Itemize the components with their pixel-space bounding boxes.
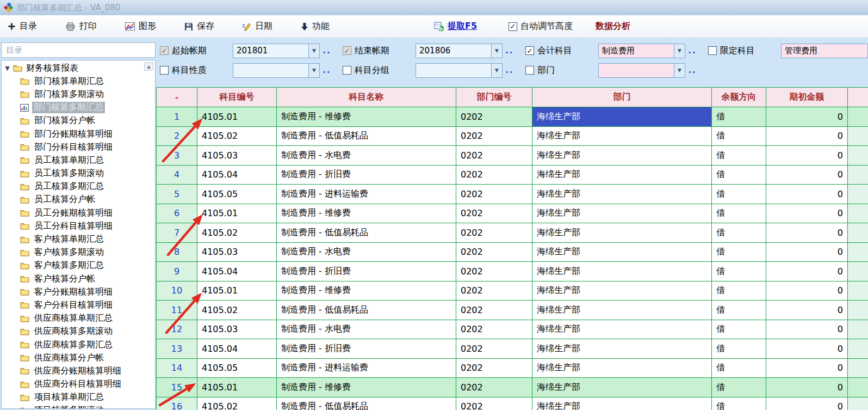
column-header[interactable]: 科目名称	[277, 88, 456, 107]
dept-name-cell[interactable]: 海绵生产部	[532, 107, 712, 127]
start-period-checkbox[interactable]	[160, 46, 169, 55]
table-row[interactable]: 74105.02制造费用 - 低值易耗品0202海绵生产部借0	[157, 223, 868, 243]
subject-code-cell[interactable]: 4105.02	[197, 223, 277, 243]
initial-amount-cell[interactable]: 0	[766, 282, 848, 301]
initial-amount-cell[interactable]: 0	[766, 301, 848, 320]
subject-nature-checkbox[interactable]	[160, 66, 169, 75]
dept-code-cell[interactable]: 0202	[456, 359, 532, 378]
table-row[interactable]: 154105.01制造费用 - 维修费0202海绵生产部借0	[157, 378, 868, 397]
auto-height-checkbox[interactable]	[509, 22, 517, 31]
tree-root[interactable]: ▼ 财务核算报表	[2, 62, 155, 75]
column-header[interactable]: 科目编号	[197, 88, 277, 107]
end-period-toggle[interactable]: 结束帐期	[343, 45, 416, 57]
subject-name-cell[interactable]: 制造费用 - 进料运输费	[277, 185, 456, 204]
subject-name-cell[interactable]: 制造费用 - 进料运输费	[277, 359, 456, 378]
dept-name-cell[interactable]: 海绵生产部	[532, 204, 712, 224]
tree-item[interactable]: 部门分科目核算明细	[2, 140, 155, 154]
subject-nature-combo[interactable]: ▼	[233, 63, 320, 78]
table-row[interactable]: 104105.01制造费用 - 维修费0202海绵生产部借0	[157, 282, 868, 301]
row-number-cell[interactable]: 10	[157, 282, 197, 301]
tree-item[interactable]: 部门核算多期汇总	[2, 101, 155, 114]
dept-name-cell[interactable]: 海绵生产部	[532, 282, 712, 301]
tree-item[interactable]: 部门核算分户帐	[2, 114, 155, 127]
subject-name-cell[interactable]: 制造费用 - 折旧费	[277, 166, 456, 185]
tree-item[interactable]: 供应商分科目核算明细	[2, 378, 155, 391]
table-row[interactable]: 64105.01制造费用 - 维修费0202海绵生产部借0	[157, 204, 868, 224]
subject-name-cell[interactable]: 制造费用 - 低值易耗品	[277, 127, 456, 146]
row-number-cell[interactable]: 15	[157, 378, 197, 397]
chevron-down-icon[interactable]: ▼	[674, 64, 685, 77]
account-subject-checkbox[interactable]	[525, 46, 534, 55]
chevron-down-icon[interactable]: ▼	[308, 44, 319, 58]
account-subject-combo[interactable]: 制造费用▼	[598, 44, 685, 58]
tree-item[interactable]: 部门分账期核算明细	[2, 127, 155, 140]
subject-code-cell[interactable]: 4105.02	[197, 301, 277, 320]
auto-height-toggle[interactable]: 自动调节高度	[509, 21, 573, 32]
subject-code-cell[interactable]: 4105.05	[197, 185, 277, 204]
dept-code-cell[interactable]: 0202	[456, 204, 532, 224]
column-header[interactable]: 部门	[532, 88, 712, 107]
extract-button[interactable]: 提取F5	[434, 21, 477, 32]
tree-item[interactable]: 客户核算多期滚动	[2, 246, 155, 259]
department-combo[interactable]: ▼	[598, 63, 685, 78]
subject-code-cell[interactable]: 4105.03	[197, 320, 277, 340]
subject-name-cell[interactable]: 制造费用 - 低值易耗品	[277, 301, 456, 320]
subject-name-cell[interactable]: 制造费用 - 维修费	[277, 378, 456, 397]
subject-code-cell[interactable]: 4105.01	[197, 107, 277, 127]
chevron-down-icon[interactable]: ▼	[491, 64, 502, 77]
subject-code-cell[interactable]: 4105.04	[197, 339, 277, 359]
dept-code-cell[interactable]: 0202	[456, 282, 532, 301]
dept-name-cell[interactable]: 海绵生产部	[532, 320, 712, 340]
dept-code-cell[interactable]: 0202	[456, 320, 532, 340]
subject-name-cell[interactable]: 制造费用 - 水电费	[277, 243, 456, 262]
dept-code-cell[interactable]: 0202	[456, 397, 532, 410]
subject-code-cell[interactable]: 4105.03	[197, 243, 277, 262]
department-toggle[interactable]: 部门	[525, 65, 598, 76]
table-row[interactable]: 44105.04制造费用 - 折旧费0202海绵生产部借0	[157, 166, 868, 185]
row-number-cell[interactable]: 7	[157, 223, 197, 243]
dept-name-cell[interactable]: 海绵生产部	[532, 378, 712, 397]
dept-code-cell[interactable]: 0202	[456, 146, 532, 166]
initial-amount-cell[interactable]: 0	[766, 166, 848, 185]
chevron-down-icon[interactable]: ▼	[308, 64, 319, 77]
tree-item[interactable]: 部门核算单期汇总	[2, 75, 155, 88]
subject-name-cell[interactable]: 制造费用 - 折旧费	[277, 262, 456, 282]
tree-item[interactable]: 供应商核算多期汇总	[2, 338, 155, 351]
subject-name-cell[interactable]: 制造费用 - 折旧费	[277, 339, 456, 359]
initial-amount-cell[interactable]: 0	[766, 397, 848, 410]
table-row[interactable]: 84105.03制造费用 - 水电费0202海绵生产部借0	[157, 243, 868, 262]
dept-name-cell[interactable]: 海绵生产部	[532, 243, 712, 262]
scroll-up-icon[interactable]: ▲	[144, 62, 153, 71]
subject-code-cell[interactable]: 4105.04	[197, 262, 277, 282]
balance-direction-cell[interactable]: 借	[712, 107, 766, 127]
tree-item[interactable]: 供应商分账期核算明细	[2, 364, 155, 377]
dept-name-cell[interactable]: 海绵生产部	[532, 127, 712, 146]
subject-group-more-button[interactable]: ..	[503, 65, 517, 75]
initial-amount-cell[interactable]: 0	[766, 359, 848, 378]
tree-item[interactable]: 客户核算单期汇总	[2, 232, 155, 246]
start-period-combo[interactable]: 201801▼	[233, 44, 320, 58]
subject-code-cell[interactable]: 4105.01	[197, 204, 277, 224]
department-more-button[interactable]: ..	[685, 65, 699, 75]
save-button[interactable]: 保存	[184, 21, 214, 32]
dept-name-cell[interactable]: 海绵生产部	[532, 223, 712, 243]
initial-amount-cell[interactable]: 0	[766, 339, 848, 359]
tree-item[interactable]: 项目核算多期滚动	[2, 404, 155, 409]
row-number-cell[interactable]: 11	[157, 301, 197, 320]
dept-code-cell[interactable]: 0202	[456, 378, 532, 397]
subject-name-cell[interactable]: 制造费用 - 低值易耗品	[277, 223, 456, 243]
subject-name-cell[interactable]: 制造费用 - 维修费	[277, 204, 456, 224]
subject-name-cell[interactable]: 制造费用 - 水电费	[277, 320, 456, 340]
account-subject-more-button[interactable]: ..	[685, 46, 699, 56]
row-number-cell[interactable]: 12	[157, 320, 197, 340]
dept-name-cell[interactable]: 海绵生产部	[532, 397, 712, 410]
subject-name-cell[interactable]: 制造费用 - 低值易耗品	[277, 397, 456, 410]
tree-item[interactable]: 员工核算单期汇总	[2, 154, 155, 167]
limit-subject-toggle[interactable]: 限定科目	[708, 45, 781, 57]
account-subject-toggle[interactable]: 会计科目	[525, 45, 598, 57]
row-number-cell[interactable]: 1	[157, 107, 197, 127]
start-period-toggle[interactable]: 起始帐期	[160, 45, 233, 57]
column-header[interactable]: 余额方向	[712, 88, 766, 107]
tree-item[interactable]: 客户核算多期汇总	[2, 259, 155, 272]
balance-direction-cell[interactable]: 借	[712, 223, 766, 243]
